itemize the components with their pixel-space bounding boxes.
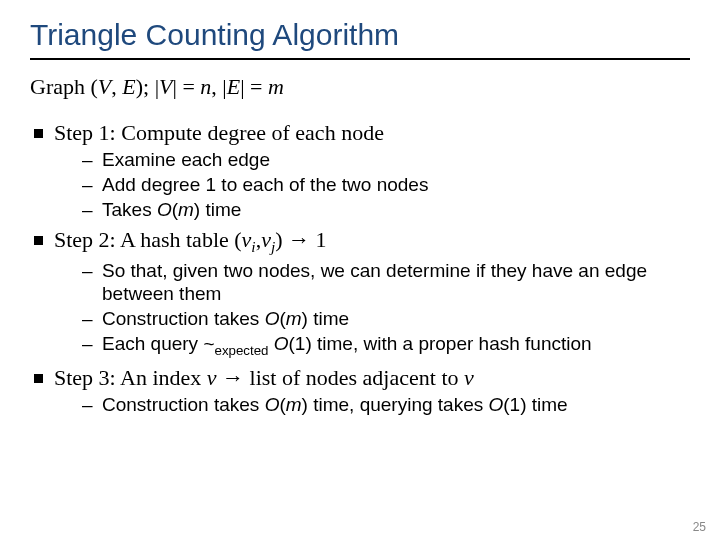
t: ) time (302, 308, 350, 329)
t: ) (275, 227, 288, 252)
title-rule (30, 58, 690, 60)
t: Takes (102, 199, 157, 220)
step-1-subs: Examine each edge Add degree 1 to each o… (54, 148, 690, 221)
t: , | (211, 74, 226, 99)
t: ); | (136, 74, 159, 99)
graph-definition: Graph (V, E); |V| = n, |E| = m (30, 74, 690, 100)
sub: Each query ~expected O(1) time, with a p… (54, 332, 690, 359)
t: | = (173, 74, 201, 99)
var-E: E (122, 74, 135, 99)
var-m: m (178, 199, 194, 220)
slide-title: Triangle Counting Algorithm (30, 18, 690, 52)
sub: Construction takes O(m) time (54, 307, 690, 331)
var-n: n (200, 74, 211, 99)
var-m: m (268, 74, 284, 99)
steps-list: Step 1: Compute degree of each node Exam… (30, 120, 690, 417)
t: Each query ~ (102, 333, 215, 354)
step-3: Step 3: An index v → list of nodes adjac… (30, 365, 690, 417)
t: Construction takes (102, 308, 265, 329)
t: list of nodes adjacent to (244, 365, 464, 390)
var-v: v (464, 365, 474, 390)
big-o: O (489, 394, 504, 415)
sub: So that, given two nodes, we can determi… (54, 259, 690, 307)
sub: Examine each edge (54, 148, 690, 172)
arrow-icon: → (288, 227, 310, 252)
sub: Construction takes O(m) time, querying t… (54, 393, 690, 417)
var-v: v (242, 227, 252, 252)
step-1-text: Step 1: Compute degree of each node (54, 120, 384, 145)
step-2: Step 2: A hash table (vi,vj) → 1 So that… (30, 227, 690, 359)
var-m: m (286, 308, 302, 329)
step-2-subs: So that, given two nodes, we can determi… (54, 259, 690, 360)
t: ) time (194, 199, 242, 220)
t: 1 (310, 227, 327, 252)
sub: Add degree 1 to each of the two nodes (54, 173, 690, 197)
var-V: V (159, 74, 172, 99)
var-m: m (286, 394, 302, 415)
page-number: 25 (693, 520, 706, 534)
t: Step 2: A hash table ( (54, 227, 242, 252)
t: , (111, 74, 122, 99)
slide: Triangle Counting Algorithm Graph (V, E)… (0, 0, 720, 540)
t: | = (240, 74, 268, 99)
arrow-icon: → (222, 365, 244, 390)
big-o: O (157, 199, 172, 220)
t: (1) time, with a proper hash function (289, 333, 592, 354)
sub: Takes O(m) time (54, 198, 690, 222)
big-o: O (274, 333, 289, 354)
t: Graph ( (30, 74, 98, 99)
big-o: O (265, 394, 280, 415)
sub-expected: expected (215, 343, 269, 358)
var-E: E (227, 74, 240, 99)
var-v: v (261, 227, 271, 252)
big-o: O (265, 308, 280, 329)
t: Construction takes (102, 394, 265, 415)
t: Step 3: An index (54, 365, 207, 390)
t: (1) time (503, 394, 567, 415)
t: ) time, querying takes (302, 394, 489, 415)
step-1: Step 1: Compute degree of each node Exam… (30, 120, 690, 221)
var-V: V (98, 74, 111, 99)
var-v: v (207, 365, 217, 390)
step-3-subs: Construction takes O(m) time, querying t… (54, 393, 690, 417)
